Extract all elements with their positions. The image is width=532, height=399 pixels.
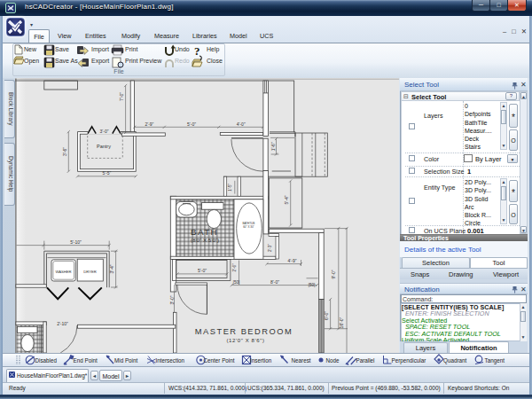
- svg-text:[50]: [50]: [309, 283, 316, 287]
- svg-text:8'-0": 8'-0": [270, 279, 279, 285]
- svg-text:5'-0": 5'-0": [187, 121, 196, 127]
- svg-text:9'-0": 9'-0": [331, 270, 336, 278]
- svg-text:2'-6": 2'-6": [232, 263, 237, 271]
- svg-text:5'-5": 5'-5": [102, 170, 111, 176]
- svg-text:5'-0": 5'-0": [198, 268, 207, 273]
- svg-text:2'-3": 2'-3": [268, 244, 272, 252]
- svg-text:MASTER BEDROOM: MASTER BEDROOM: [195, 327, 293, 336]
- svg-text:60" X 30": 60" X 30": [243, 225, 254, 229]
- svg-text:Pantry: Pantry: [97, 144, 111, 149]
- svg-text:3'-6": 3'-6": [62, 147, 67, 156]
- svg-text:16'-0": 16'-0": [339, 317, 344, 328]
- svg-text:3'-0": 3'-0": [100, 129, 109, 134]
- svg-text:(8'0" X 5'0"): (8'0" X 5'0"): [191, 237, 219, 243]
- svg-text:(12'0" X 8'6"): (12'0" X 8'6"): [227, 338, 265, 343]
- svg-text:2'-10": 2'-10": [57, 321, 68, 326]
- svg-text:?: ?: [194, 44, 200, 58]
- svg-text:1'-5": 1'-5": [229, 183, 233, 191]
- svg-text:1'-6": 1'-6": [270, 142, 276, 151]
- svg-text:5'-4": 5'-4": [284, 195, 289, 204]
- svg-text:6'-0": 6'-0": [324, 311, 329, 320]
- svg-text:5'-10": 5'-10": [70, 239, 82, 245]
- svg-text:3'-4": 3'-4": [109, 264, 114, 273]
- svg-text:4'-0": 4'-0": [237, 121, 246, 127]
- svg-text:WASHER: WASHER: [55, 270, 71, 274]
- svg-text:2'-9": 2'-9": [145, 121, 153, 127]
- svg-text:DRYER: DRYER: [83, 270, 97, 274]
- svg-text:4'-9": 4'-9": [288, 258, 297, 263]
- svg-text:7'-0": 7'-0": [119, 92, 124, 101]
- svg-text:3'-0": 3'-0": [169, 295, 175, 304]
- svg-text:[50]: [50]: [233, 280, 240, 285]
- svg-text:BATH: BATH: [191, 227, 218, 237]
